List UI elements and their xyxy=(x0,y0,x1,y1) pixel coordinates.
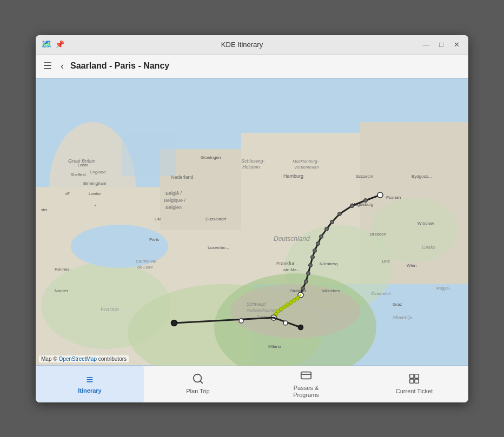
svg-point-70 xyxy=(330,220,334,224)
tab-current-ticket-label: Current Ticket xyxy=(396,388,433,395)
svg-rect-98 xyxy=(301,372,311,379)
tab-passes-label: Passes & Programs xyxy=(293,385,319,399)
svg-point-71 xyxy=(325,227,329,231)
svg-text:Düsseldorf: Düsseldorf xyxy=(205,217,227,221)
svg-text:Wien: Wien xyxy=(407,263,416,268)
svg-text:Magya...: Magya... xyxy=(436,286,453,291)
svg-point-79 xyxy=(301,286,305,290)
svg-text:dff: dff xyxy=(65,192,70,196)
svg-point-74 xyxy=(313,248,317,252)
svg-text:Poznań: Poznań xyxy=(386,195,401,200)
svg-text:Centre-Val: Centre-Val xyxy=(136,259,156,264)
svg-text:Birmingham: Birmingham xyxy=(83,181,107,186)
svg-text:Schleswig-: Schleswig- xyxy=(241,158,265,164)
svg-rect-100 xyxy=(410,374,414,378)
svg-point-92 xyxy=(171,320,177,326)
map-area[interactable]: Great Britain England Birmingham London … xyxy=(36,78,468,366)
svg-text:am Ma...: am Ma... xyxy=(283,267,300,272)
svg-text:Österreich: Österreich xyxy=(371,291,391,296)
tab-current-ticket[interactable]: Current Ticket xyxy=(360,366,468,402)
svg-text:Milano: Milano xyxy=(268,344,281,349)
svg-text:Sheffield: Sheffield xyxy=(71,173,85,177)
svg-text:Hamburg: Hamburg xyxy=(283,173,303,179)
minimize-button[interactable]: — xyxy=(420,38,433,51)
itinerary-icon: ≡ xyxy=(87,374,94,386)
svg-point-75 xyxy=(311,255,315,259)
title-bar: 🗺️ 📌 KDE Itinerary — □ ✕ xyxy=(36,35,468,55)
svg-text:Slovenija: Slovenija xyxy=(393,315,413,320)
svg-text:England: England xyxy=(90,170,106,174)
svg-text:Belgien: Belgien xyxy=(165,205,182,210)
close-button[interactable]: ✕ xyxy=(450,38,463,51)
svg-text:Schweiz/: Schweiz/ xyxy=(247,301,267,307)
svg-point-67 xyxy=(364,198,368,202)
window-controls: — □ ✕ xyxy=(420,38,463,51)
svg-text:Nürnberg: Nürnberg xyxy=(320,261,337,266)
hamburger-icon: ☰ xyxy=(43,60,52,71)
svg-text:Belgiê /: Belgiê / xyxy=(165,191,182,196)
svg-rect-103 xyxy=(415,379,419,383)
app-window: 🗺️ 📌 KDE Itinerary — □ ✕ ☰ ‹ Saarland - … xyxy=(36,35,468,402)
passes-icon xyxy=(300,369,312,383)
tab-plan-trip[interactable]: Plan Trip xyxy=(144,366,252,402)
pin-icon: 📌 xyxy=(55,40,64,49)
svg-text:Linz: Linz xyxy=(382,259,390,264)
svg-point-91 xyxy=(239,319,243,323)
svg-text:de Loire: de Loire xyxy=(137,265,153,270)
svg-text:ster: ster xyxy=(41,208,48,212)
svg-text:Paris: Paris xyxy=(149,237,159,242)
svg-point-69 xyxy=(338,212,342,216)
window-title: KDE Itinerary xyxy=(221,41,263,49)
svg-text:Lille: Lille xyxy=(155,217,162,221)
tab-plan-trip-label: Plan Trip xyxy=(186,388,209,395)
svg-text:Rennes: Rennes xyxy=(55,267,70,272)
svg-text:Wrocław: Wrocław xyxy=(417,221,434,226)
svg-rect-13 xyxy=(122,133,176,176)
svg-point-95 xyxy=(299,325,303,330)
svg-text:France: France xyxy=(101,306,119,312)
map-attribution: Map © OpenStreetMap contributors xyxy=(39,355,129,362)
svg-text:Bydgosz...: Bydgosz... xyxy=(412,174,432,179)
nav-title: Saarland - Paris - Nancy xyxy=(70,61,169,71)
svg-rect-101 xyxy=(415,374,419,378)
svg-point-68 xyxy=(350,204,354,207)
svg-text:Frankfur...: Frankfur... xyxy=(276,261,299,266)
title-bar-left: 🗺️ 📌 xyxy=(41,39,64,50)
svg-text:Belgique /: Belgique / xyxy=(164,198,186,203)
svg-point-78 xyxy=(304,279,308,283)
hamburger-menu-button[interactable]: ☰ xyxy=(41,58,54,74)
svg-text:London: London xyxy=(89,192,101,196)
svg-point-73 xyxy=(316,241,320,245)
svg-text:Česko: Česko xyxy=(422,245,436,250)
svg-point-77 xyxy=(307,271,310,275)
svg-point-94 xyxy=(283,321,288,325)
svg-point-72 xyxy=(320,234,323,238)
svg-text:Szczecin: Szczecin xyxy=(356,174,373,179)
svg-rect-102 xyxy=(410,379,414,383)
svg-text:Leeds: Leeds xyxy=(78,163,89,167)
svg-point-9 xyxy=(371,198,457,263)
svg-text:Mecklenburg-: Mecklenburg- xyxy=(293,159,319,164)
openstreetmap-link[interactable]: OpenStreetMap xyxy=(58,356,97,362)
tab-bar: ≡ Itinerary Plan Trip Passes & Programs xyxy=(36,366,468,402)
tab-itinerary-label: Itinerary xyxy=(78,387,101,394)
svg-text:Luxembo...: Luxembo... xyxy=(208,245,229,250)
maximize-button[interactable]: □ xyxy=(435,38,448,51)
nav-bar: ☰ ‹ Saarland - Paris - Nancy xyxy=(36,55,468,78)
svg-text:Deutschland: Deutschland xyxy=(274,235,310,243)
current-ticket-icon xyxy=(408,373,420,386)
tab-itinerary[interactable]: ≡ Itinerary xyxy=(36,366,144,402)
svg-text:Groningen: Groningen xyxy=(201,155,221,160)
plan-trip-icon xyxy=(192,373,204,386)
svg-text:Vorpommern: Vorpommern xyxy=(294,165,319,170)
back-icon: ‹ xyxy=(61,60,64,71)
tab-passes-programs[interactable]: Passes & Programs xyxy=(252,366,360,402)
svg-point-66 xyxy=(377,192,383,198)
back-button[interactable]: ‹ xyxy=(58,58,66,74)
map-svg: Great Britain England Birmingham London … xyxy=(36,78,468,366)
svg-text:Holstein: Holstein xyxy=(242,164,260,170)
svg-text:Nederland: Nederland xyxy=(171,174,194,180)
svg-text:●: ● xyxy=(94,203,96,207)
app-icon: 🗺️ xyxy=(41,39,52,50)
svg-point-76 xyxy=(309,263,313,267)
